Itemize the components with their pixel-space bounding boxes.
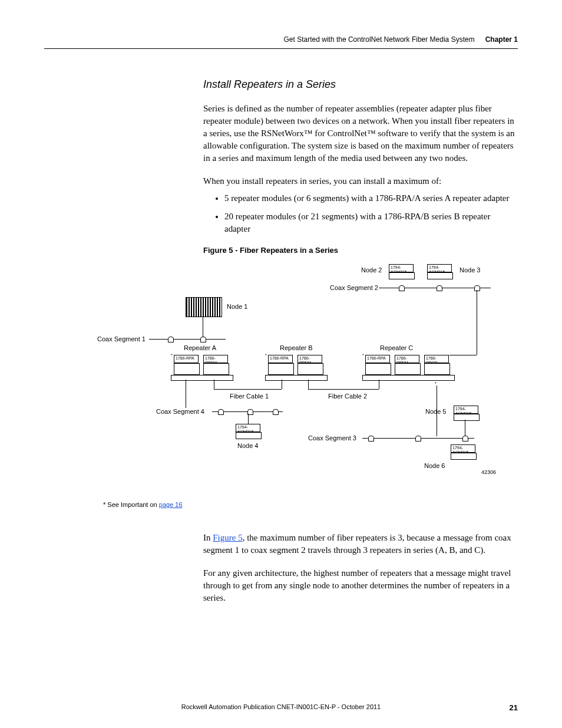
module-base xyxy=(424,363,450,375)
list-item: 5 repeater modules (or 6 segments) with … xyxy=(224,192,518,205)
fiber-line xyxy=(214,389,282,390)
module-base xyxy=(203,363,229,375)
header-rule xyxy=(44,48,518,49)
fiber-line xyxy=(308,389,379,390)
tap-icon xyxy=(399,285,405,291)
doc-section-label: Get Started with the ControlNet Network … xyxy=(284,35,475,44)
fiber-line xyxy=(379,380,379,389)
drop-line xyxy=(248,414,249,424)
coax-line xyxy=(149,339,226,340)
label-coax2: Coax Segment 2 xyxy=(330,284,378,291)
label-node2: Node 2 xyxy=(361,266,382,274)
drop-line xyxy=(186,380,186,408)
tap-icon xyxy=(368,436,374,442)
drop-line xyxy=(477,290,477,355)
page-footer: Rockwell Automation Publication CNET-IN0… xyxy=(44,703,518,710)
module-rpcd: 1786-RPCD xyxy=(424,355,449,363)
tap-icon xyxy=(474,285,480,291)
label-fiber2: Fiber Cable 2 xyxy=(328,393,367,400)
tap-icon xyxy=(437,285,442,291)
fiber-line xyxy=(308,380,309,389)
max-repeaters-list: 5 repeater modules (or 6 segments) with … xyxy=(203,192,518,235)
tap-icon xyxy=(415,436,421,442)
label-fiber1: Fiber Cable 1 xyxy=(230,393,269,400)
drop-line xyxy=(465,420,465,436)
module-base xyxy=(389,272,415,279)
label-coax3: Coax Segment 3 xyxy=(308,434,356,442)
module-base xyxy=(236,432,262,439)
module-base xyxy=(427,272,453,279)
drop-line xyxy=(449,355,477,355)
fiber-line xyxy=(214,380,214,389)
module-rpfm: 1786-RPFM xyxy=(203,355,228,363)
label-coax1: Coax Segment 1 xyxy=(97,335,146,342)
module-base xyxy=(454,414,480,421)
rack-base xyxy=(171,375,233,381)
module-base xyxy=(365,363,391,375)
paragraph-4: For any given architecture, the highest … xyxy=(203,567,518,604)
fiber-line xyxy=(282,380,282,389)
page-header: Get Started with the ControlNet Network … xyxy=(44,35,518,44)
module-base xyxy=(297,363,323,375)
module-acnr: 1794-ACNR15 xyxy=(454,406,478,414)
module-rpa: 1786-RPA xyxy=(268,355,293,363)
page-number: 21 xyxy=(510,703,518,712)
page-16-link[interactable]: page 16 xyxy=(159,501,183,508)
module-rpfm: 1786-RPFM xyxy=(395,355,419,363)
module-rpa: 1786-RPA xyxy=(174,355,199,363)
figure-id: 42306 xyxy=(481,469,496,475)
paragraph-3: In Figure 5, the maximum number of fiber… xyxy=(203,532,518,556)
drop-line xyxy=(437,386,437,436)
label-node3: Node 3 xyxy=(459,266,480,274)
tap-icon xyxy=(200,337,206,342)
rack-base xyxy=(265,375,328,381)
label-repC: Repeater C xyxy=(380,344,413,351)
figure-5-link[interactable]: Figure 5 xyxy=(213,533,242,542)
module-rpfm: 1786-RPFM xyxy=(297,355,322,363)
drop-line xyxy=(203,316,203,337)
paragraph-1: Series is defined as the number of repea… xyxy=(203,103,518,164)
label-node6: Node 6 xyxy=(424,462,445,469)
module-acnr: 1794-ACNR15 xyxy=(236,424,260,432)
module-base xyxy=(174,363,200,375)
figure-footnote-row: * See Important on page 16 xyxy=(44,501,518,508)
label-repA: Repeater A xyxy=(184,344,216,351)
tap-icon xyxy=(273,409,279,415)
paragraph-2: When you install repeaters in series, yo… xyxy=(203,175,518,187)
label-node1: Node 1 xyxy=(227,303,247,310)
tap-icon xyxy=(218,409,224,415)
label-node5: Node 5 xyxy=(425,408,446,415)
chapter-label: Chapter 1 xyxy=(485,35,518,44)
label-repB: Repeater B xyxy=(280,344,313,351)
module-base xyxy=(395,363,421,375)
section-heading: Install Repeaters in a Series xyxy=(203,78,518,91)
figure-footnote: * See Important on page 16 xyxy=(103,501,183,508)
module-acnr: 1794-ACNR15 xyxy=(427,264,452,272)
tap-icon xyxy=(462,436,468,442)
module-base xyxy=(268,363,294,375)
module-acnr: 1794-ACNR15 xyxy=(389,264,414,272)
label-coax4: Coax Segment 4 xyxy=(156,408,204,415)
plc-icon xyxy=(186,297,222,317)
list-item: 20 repeater modules (or 21 segments) wit… xyxy=(224,210,518,235)
figure-caption: Figure 5 - Fiber Repeaters in a Series xyxy=(203,246,518,255)
tap-icon xyxy=(168,337,174,342)
module-acnr: 1794-ACNR15 xyxy=(451,444,475,453)
rack-base xyxy=(362,375,455,381)
label-node4: Node 4 xyxy=(237,442,258,449)
figure-5-diagram: Node 2 1794-ACNR15 1794-ACNR15 Node 3 Co… xyxy=(97,262,521,498)
publication-id: Rockwell Automation Publication CNET-IN0… xyxy=(181,703,381,710)
module-base xyxy=(451,453,477,460)
module-rpa: 1786-RPA xyxy=(365,355,390,363)
